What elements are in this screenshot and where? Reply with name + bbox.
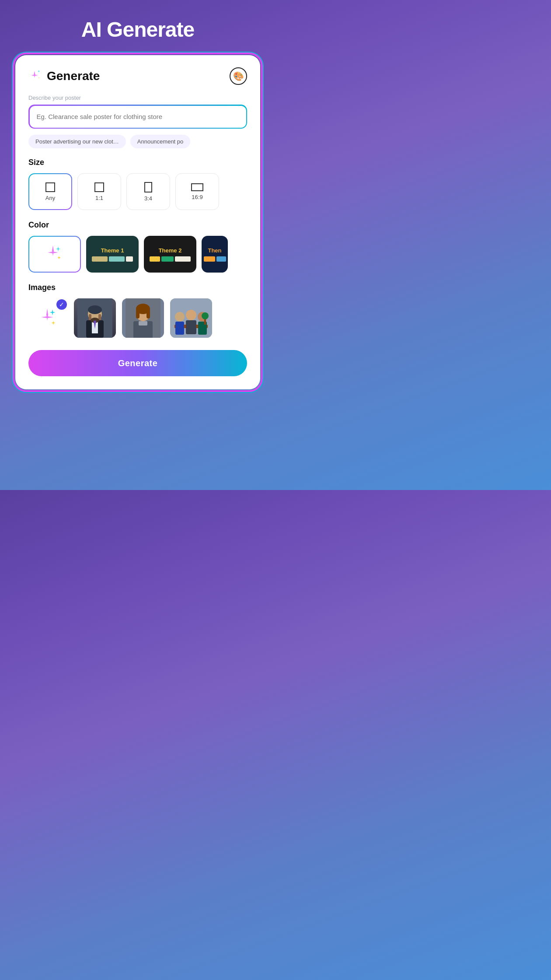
title-group: Generate: [28, 69, 100, 83]
theme1-swatch2: [109, 256, 125, 262]
svg-marker-13: [41, 316, 53, 318]
theme1-swatch3: [126, 256, 133, 262]
theme2-label: Theme 2: [159, 247, 182, 254]
size-any-icon: [45, 182, 55, 192]
svg-marker-9: [56, 248, 61, 249]
ai-sparkle-container: [29, 237, 80, 272]
theme3-swatch1: [204, 256, 215, 262]
images-label: Images: [28, 283, 247, 292]
generate-button[interactable]: Generate: [28, 350, 247, 376]
svg-marker-1: [31, 75, 38, 76]
size-option-1x1[interactable]: 1:1: [77, 173, 121, 210]
svg-marker-11: [57, 257, 61, 258]
ai-selected-badge: ✓: [56, 299, 67, 310]
suggestion-chip-1[interactable]: Poster advertising our new clot…: [28, 135, 126, 148]
svg-marker-7: [48, 252, 58, 253]
color-option-ai[interactable]: [28, 236, 81, 273]
card-header: Generate 🎨: [28, 67, 247, 85]
theme3-swatch2: [216, 256, 226, 262]
size-3x4-label: 3:4: [144, 195, 152, 202]
person-image-2[interactable]: [122, 298, 164, 338]
theme3-label: Then: [208, 247, 221, 254]
person2-illustration: [126, 298, 160, 338]
svg-point-38: [186, 310, 196, 320]
theme1-label: Theme 1: [101, 247, 124, 254]
theme1-swatches: [92, 256, 133, 262]
person-image-3[interactable]: [170, 298, 212, 338]
size-16x9-label: 16:9: [192, 194, 202, 200]
size-any-label: Any: [45, 195, 55, 201]
main-card: Generate 🎨 Describe your poster Poster a…: [14, 54, 262, 391]
palette-button[interactable]: 🎨: [230, 67, 247, 85]
color-label: Color: [28, 220, 247, 230]
suggestions-row: Poster advertising our new clot… Announc…: [28, 135, 247, 148]
size-16x9-icon: [191, 183, 203, 191]
svg-marker-17: [51, 322, 56, 323]
page-title: AI Generate: [81, 18, 194, 42]
theme3-swatches: [204, 256, 226, 262]
color-option-theme3[interactable]: Then: [202, 236, 228, 273]
svg-marker-5: [38, 77, 40, 78]
color-options-row: Theme 1 Theme 2 Then: [28, 236, 247, 273]
svg-rect-32: [146, 309, 150, 318]
svg-point-22: [88, 305, 102, 314]
size-1x1-label: 1:1: [95, 195, 103, 201]
poster-input[interactable]: [37, 113, 239, 120]
size-option-16x9[interactable]: 16:9: [175, 173, 219, 210]
svg-rect-39: [186, 320, 196, 334]
size-1x1-icon: [94, 182, 104, 192]
theme2-swatch3: [175, 256, 191, 262]
svg-marker-0: [34, 71, 35, 78]
svg-rect-33: [139, 321, 147, 326]
size-3x4-icon: [144, 182, 152, 192]
color-option-theme2[interactable]: Theme 2: [144, 236, 196, 273]
ai-image-option[interactable]: ✓: [28, 298, 68, 338]
svg-point-43: [202, 312, 209, 319]
svg-point-36: [175, 312, 185, 322]
svg-rect-31: [136, 309, 139, 318]
svg-rect-37: [175, 322, 184, 335]
color-option-theme1[interactable]: Theme 1: [86, 236, 139, 273]
size-option-3x4[interactable]: 3:4: [126, 173, 170, 210]
person1-illustration: [77, 298, 112, 338]
person3-illustration: [170, 298, 212, 338]
images-row: ✓: [28, 298, 247, 338]
card-title: Generate: [47, 69, 100, 83]
suggestion-chip-2[interactable]: Announcement po: [130, 135, 191, 148]
describe-label: Describe your poster: [28, 94, 247, 101]
size-label: Size: [28, 158, 247, 167]
person-image-1[interactable]: [74, 298, 116, 338]
size-options-row: Any 1:1 3:4 16:9: [28, 173, 247, 210]
svg-marker-3: [38, 71, 40, 71]
svg-marker-12: [46, 308, 48, 321]
theme2-swatches: [150, 256, 191, 262]
size-option-any[interactable]: Any: [28, 173, 72, 210]
theme2-swatch2: [161, 256, 174, 262]
ai-image-sparkle-icon: [35, 305, 61, 331]
theme2-swatch1: [150, 256, 160, 262]
theme1-swatch1: [92, 256, 108, 262]
svg-marker-6: [52, 245, 54, 256]
sparkle-icon: [28, 69, 42, 83]
poster-input-wrapper: [28, 105, 247, 129]
svg-marker-15: [49, 312, 56, 313]
